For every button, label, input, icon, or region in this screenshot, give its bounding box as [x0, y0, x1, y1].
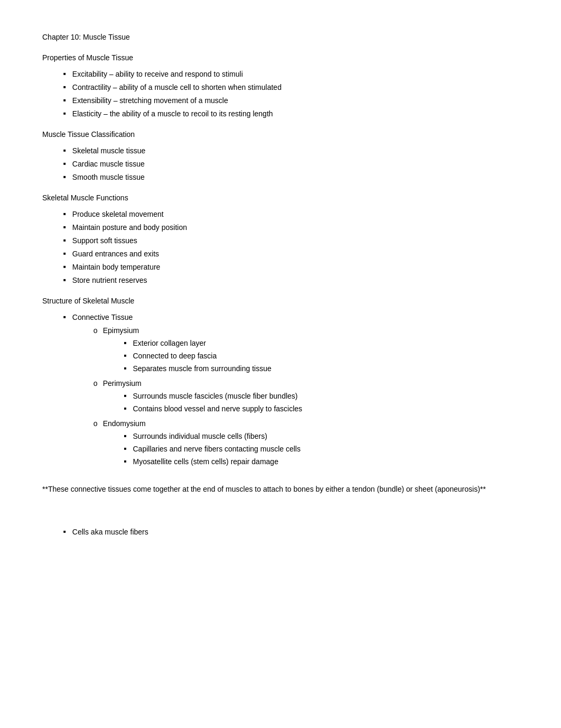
- list-item: ■ Contractility – ability of a muscle ce…: [63, 82, 519, 93]
- list-item: ■ Elasticity – the ability of a muscle t…: [63, 108, 519, 119]
- epimysium-block: Epimysium ■ Exterior collagen layer ■ Co…: [103, 325, 272, 376]
- sub-list-item: o Perimysium ■ Surrounds muscle fascicle…: [94, 378, 302, 416]
- item-text: Support soft tissues: [72, 235, 137, 246]
- item-text: Myosatellite cells (stem cells) repair d…: [133, 456, 278, 467]
- endomysium-label: Endomysium: [103, 419, 146, 428]
- sub-sub-list-item: ■ Contains blood vessel and nerve supply…: [124, 403, 302, 414]
- item-text: Smooth muscle tissue: [72, 172, 145, 183]
- list-item: ■ Extensibility – stretching movement of…: [63, 95, 519, 106]
- list-item: ■ Smooth muscle tissue: [63, 172, 519, 183]
- perimysium-label: Perimysium: [103, 379, 142, 388]
- list-item: ■ Support soft tissues: [63, 235, 519, 246]
- bullet-icon: ■: [63, 97, 66, 104]
- sub-sub-bullet-icon: ■: [124, 393, 127, 399]
- sub-sub-bullet-icon: ■: [124, 446, 127, 452]
- perimysium-items: ■ Surrounds muscle fascicles (muscle fib…: [124, 391, 302, 414]
- sub-sub-bullet-icon: ■: [124, 340, 127, 346]
- structure-top-list: ■ Connective Tissue o Epimysium ■: [63, 312, 519, 471]
- item-text: Surrounds individual muscle cells (fiber…: [133, 431, 267, 442]
- item-text: Exterior collagen layer: [133, 338, 206, 349]
- sub-list-perimysium: o Perimysium ■ Surrounds muscle fascicle…: [94, 378, 302, 416]
- bullet-icon: ■: [63, 110, 66, 117]
- sub-sub-bullet-icon: ■: [124, 458, 127, 465]
- bullet-icon: ■: [63, 529, 66, 535]
- sub-list-item: o Epimysium ■ Exterior collagen layer: [94, 325, 302, 376]
- sub-sub-bullet-icon: ■: [124, 353, 127, 359]
- endomysium-items: ■ Surrounds individual muscle cells (fib…: [124, 431, 301, 467]
- classification-list: ■ Skeletal muscle tissue ■ Cardiac muscl…: [63, 145, 519, 183]
- item-text: Skeletal muscle tissue: [72, 145, 146, 156]
- bullet-icon: ■: [63, 161, 66, 167]
- functions-section: Skeletal Muscle Functions ■ Produce skel…: [42, 192, 519, 286]
- note-text: **These connective tissues come together…: [42, 484, 519, 495]
- list-item: ■ Store nutrient reserves: [63, 275, 519, 286]
- bullet-icon: ■: [63, 251, 66, 257]
- bullet-icon: ■: [63, 224, 66, 231]
- sub-sub-list-item: ■ Separates muscle from surrounding tiss…: [124, 363, 272, 374]
- item-text: Contractility – ability of a muscle cell…: [72, 82, 282, 93]
- item-text: Produce skeletal movement: [72, 209, 164, 220]
- functions-title: Skeletal Muscle Functions: [42, 192, 519, 204]
- sub-sub-list-item: ■ Surrounds individual muscle cells (fib…: [124, 431, 301, 442]
- epimysium-items: ■ Exterior collagen layer ■ Connected to…: [124, 338, 272, 374]
- item-text: Store nutrient reserves: [72, 275, 147, 286]
- item-text: Extensibility – stretching movement of a…: [72, 95, 228, 106]
- sub-bullet-char: o: [94, 418, 98, 429]
- sub-sub-list-item: ■ Myosatellite cells (stem cells) repair…: [124, 456, 301, 467]
- bullet-icon: ■: [63, 84, 66, 90]
- sub-list-endomysium: o Endomysium ■ Surrounds individual musc…: [94, 418, 302, 469]
- list-item: ■ Connective Tissue o Epimysium ■: [63, 312, 519, 471]
- sub-list-item: o Endomysium ■ Surrounds individual musc…: [94, 418, 302, 469]
- properties-title: Properties of Muscle Tissue: [42, 52, 519, 63]
- connective-tissue-block: Connective Tissue o Epimysium ■ Exterior…: [72, 312, 302, 471]
- sub-sub-bullet-icon: ■: [124, 406, 127, 412]
- bullet-icon: ■: [63, 211, 66, 217]
- sub-list-epimysium: o Epimysium ■ Exterior collagen layer: [94, 325, 302, 376]
- endomysium-block: Endomysium ■ Surrounds individual muscle…: [103, 418, 301, 469]
- epimysium-label: Epimysium: [103, 326, 139, 335]
- item-text: Cardiac muscle tissue: [72, 159, 145, 170]
- sub-bullet-char: o: [94, 325, 98, 336]
- chapter-title: Chapter 10: Muscle Tissue: [42, 32, 519, 43]
- item-text: Excitability – ability to receive and re…: [72, 69, 243, 80]
- sub-sub-bullet-icon: ■: [124, 365, 127, 372]
- sub-sub-list-item: ■ Surrounds muscle fascicles (muscle fib…: [124, 391, 302, 402]
- bullet-icon: ■: [63, 314, 66, 320]
- bullet-icon: ■: [63, 71, 66, 77]
- bullet-icon: ■: [63, 148, 66, 154]
- item-text: Maintain body temperature: [72, 262, 161, 273]
- perimysium-block: Perimysium ■ Surrounds muscle fascicles …: [103, 378, 302, 416]
- sub-bullet-char: o: [94, 378, 98, 389]
- item-text: Maintain posture and body position: [72, 222, 187, 233]
- item-text: Contains blood vessel and nerve supply t…: [133, 403, 302, 414]
- list-item: ■ Cardiac muscle tissue: [63, 159, 519, 170]
- bullet-icon: ■: [63, 277, 66, 283]
- properties-section: Properties of Muscle Tissue ■ Excitabili…: [42, 52, 519, 119]
- bottom-list: ■ Cells aka muscle fibers: [63, 527, 519, 538]
- connective-tissue-label: Connective Tissue: [72, 313, 133, 321]
- sub-sub-list-item: ■ Capillaries and nerve fibers contactin…: [124, 444, 301, 455]
- list-item: ■ Maintain body temperature: [63, 262, 519, 273]
- item-text: Separates muscle from surrounding tissue: [133, 363, 271, 374]
- structure-title: Structure of Skeletal Muscle: [42, 296, 519, 307]
- list-item: ■ Excitability – ability to receive and …: [63, 69, 519, 80]
- item-text: Guard entrances and exits: [72, 248, 159, 260]
- sub-sub-bullet-icon: ■: [124, 433, 127, 439]
- list-item: ■ Skeletal muscle tissue: [63, 145, 519, 156]
- properties-list: ■ Excitability – ability to receive and …: [63, 69, 519, 119]
- item-text: Capillaries and nerve fibers contacting …: [133, 444, 300, 455]
- bullet-icon: ■: [63, 237, 66, 244]
- classification-section: Muscle Tissue Classification ■ Skeletal …: [42, 129, 519, 183]
- item-text: Connected to deep fascia: [133, 351, 217, 362]
- bullet-icon: ■: [63, 264, 66, 270]
- structure-section: Structure of Skeletal Muscle ■ Connectiv…: [42, 296, 519, 471]
- list-item: ■ Maintain posture and body position: [63, 222, 519, 233]
- item-text: Surrounds muscle fascicles (muscle fiber…: [133, 391, 297, 402]
- page-content: Chapter 10: Muscle Tissue Properties of …: [42, 32, 519, 538]
- classification-title: Muscle Tissue Classification: [42, 129, 519, 140]
- item-text: Elasticity – the ability of a muscle to …: [72, 108, 273, 119]
- list-item: ■ Cells aka muscle fibers: [63, 527, 519, 538]
- list-item: ■ Produce skeletal movement: [63, 209, 519, 220]
- sub-sub-list-item: ■ Exterior collagen layer: [124, 338, 272, 349]
- bullet-icon: ■: [63, 174, 66, 180]
